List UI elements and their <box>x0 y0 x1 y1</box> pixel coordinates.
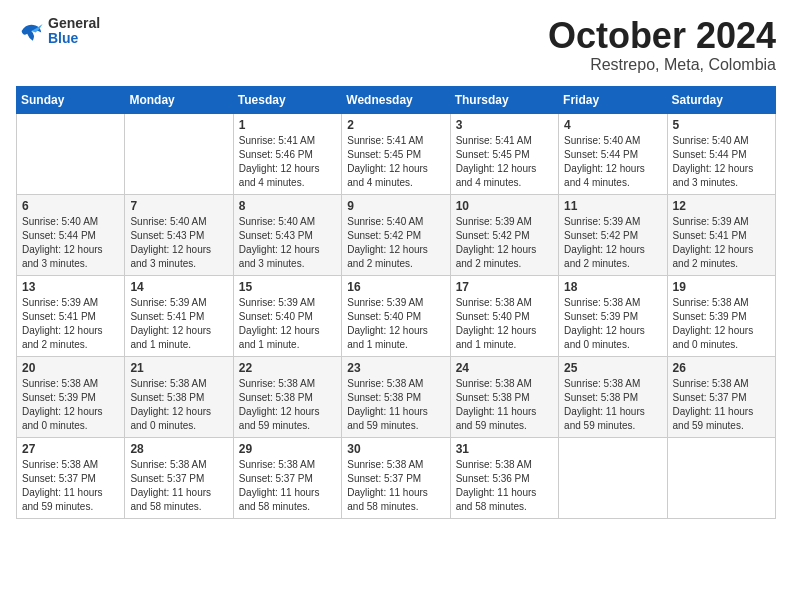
day-number: 8 <box>239 199 336 213</box>
day-number: 29 <box>239 442 336 456</box>
day-number: 9 <box>347 199 444 213</box>
week-row-3: 13Sunrise: 5:39 AM Sunset: 5:41 PM Dayli… <box>17 275 776 356</box>
calendar-cell: 14Sunrise: 5:39 AM Sunset: 5:41 PM Dayli… <box>125 275 233 356</box>
calendar-cell: 20Sunrise: 5:38 AM Sunset: 5:39 PM Dayli… <box>17 356 125 437</box>
day-content: Sunrise: 5:39 AM Sunset: 5:40 PM Dayligh… <box>239 296 336 352</box>
header-day-monday: Monday <box>125 86 233 113</box>
header-day-saturday: Saturday <box>667 86 775 113</box>
day-number: 19 <box>673 280 770 294</box>
day-content: Sunrise: 5:39 AM Sunset: 5:42 PM Dayligh… <box>564 215 661 271</box>
week-row-4: 20Sunrise: 5:38 AM Sunset: 5:39 PM Dayli… <box>17 356 776 437</box>
day-number: 20 <box>22 361 119 375</box>
calendar-cell: 27Sunrise: 5:38 AM Sunset: 5:37 PM Dayli… <box>17 437 125 518</box>
day-content: Sunrise: 5:40 AM Sunset: 5:42 PM Dayligh… <box>347 215 444 271</box>
calendar-header: SundayMondayTuesdayWednesdayThursdayFrid… <box>17 86 776 113</box>
day-content: Sunrise: 5:38 AM Sunset: 5:37 PM Dayligh… <box>239 458 336 514</box>
day-content: Sunrise: 5:38 AM Sunset: 5:38 PM Dayligh… <box>456 377 553 433</box>
calendar-cell: 29Sunrise: 5:38 AM Sunset: 5:37 PM Dayli… <box>233 437 341 518</box>
day-number: 23 <box>347 361 444 375</box>
day-number: 22 <box>239 361 336 375</box>
calendar-cell <box>667 437 775 518</box>
calendar-cell: 13Sunrise: 5:39 AM Sunset: 5:41 PM Dayli… <box>17 275 125 356</box>
calendar-cell: 3Sunrise: 5:41 AM Sunset: 5:45 PM Daylig… <box>450 113 558 194</box>
calendar-body: 1Sunrise: 5:41 AM Sunset: 5:46 PM Daylig… <box>17 113 776 518</box>
day-number: 7 <box>130 199 227 213</box>
calendar-cell: 9Sunrise: 5:40 AM Sunset: 5:42 PM Daylig… <box>342 194 450 275</box>
day-number: 18 <box>564 280 661 294</box>
day-number: 10 <box>456 199 553 213</box>
calendar-cell: 10Sunrise: 5:39 AM Sunset: 5:42 PM Dayli… <box>450 194 558 275</box>
header-day-wednesday: Wednesday <box>342 86 450 113</box>
logo-bird-icon <box>16 17 44 45</box>
day-content: Sunrise: 5:38 AM Sunset: 5:37 PM Dayligh… <box>347 458 444 514</box>
day-content: Sunrise: 5:38 AM Sunset: 5:36 PM Dayligh… <box>456 458 553 514</box>
day-content: Sunrise: 5:38 AM Sunset: 5:38 PM Dayligh… <box>239 377 336 433</box>
calendar-cell: 31Sunrise: 5:38 AM Sunset: 5:36 PM Dayli… <box>450 437 558 518</box>
day-content: Sunrise: 5:39 AM Sunset: 5:41 PM Dayligh… <box>673 215 770 271</box>
calendar-cell: 21Sunrise: 5:38 AM Sunset: 5:38 PM Dayli… <box>125 356 233 437</box>
day-number: 2 <box>347 118 444 132</box>
calendar-cell: 7Sunrise: 5:40 AM Sunset: 5:43 PM Daylig… <box>125 194 233 275</box>
header-day-sunday: Sunday <box>17 86 125 113</box>
title-block: October 2024 Restrepo, Meta, Colombia <box>548 16 776 74</box>
calendar-cell: 17Sunrise: 5:38 AM Sunset: 5:40 PM Dayli… <box>450 275 558 356</box>
day-content: Sunrise: 5:40 AM Sunset: 5:43 PM Dayligh… <box>239 215 336 271</box>
calendar-cell: 12Sunrise: 5:39 AM Sunset: 5:41 PM Dayli… <box>667 194 775 275</box>
header-day-friday: Friday <box>559 86 667 113</box>
day-content: Sunrise: 5:39 AM Sunset: 5:41 PM Dayligh… <box>22 296 119 352</box>
day-number: 26 <box>673 361 770 375</box>
header: General Blue October 2024 Restrepo, Meta… <box>16 16 776 74</box>
day-number: 27 <box>22 442 119 456</box>
calendar-cell: 2Sunrise: 5:41 AM Sunset: 5:45 PM Daylig… <box>342 113 450 194</box>
day-number: 17 <box>456 280 553 294</box>
logo-blue: Blue <box>48 31 100 46</box>
day-content: Sunrise: 5:39 AM Sunset: 5:42 PM Dayligh… <box>456 215 553 271</box>
location-subtitle: Restrepo, Meta, Colombia <box>548 56 776 74</box>
day-number: 6 <box>22 199 119 213</box>
day-number: 12 <box>673 199 770 213</box>
day-content: Sunrise: 5:40 AM Sunset: 5:43 PM Dayligh… <box>130 215 227 271</box>
day-content: Sunrise: 5:38 AM Sunset: 5:37 PM Dayligh… <box>22 458 119 514</box>
day-number: 28 <box>130 442 227 456</box>
day-content: Sunrise: 5:38 AM Sunset: 5:39 PM Dayligh… <box>564 296 661 352</box>
calendar-cell: 11Sunrise: 5:39 AM Sunset: 5:42 PM Dayli… <box>559 194 667 275</box>
day-content: Sunrise: 5:41 AM Sunset: 5:46 PM Dayligh… <box>239 134 336 190</box>
calendar-cell <box>125 113 233 194</box>
logo-text: General Blue <box>48 16 100 47</box>
day-number: 13 <box>22 280 119 294</box>
calendar-cell: 24Sunrise: 5:38 AM Sunset: 5:38 PM Dayli… <box>450 356 558 437</box>
calendar-cell: 16Sunrise: 5:39 AM Sunset: 5:40 PM Dayli… <box>342 275 450 356</box>
day-content: Sunrise: 5:38 AM Sunset: 5:39 PM Dayligh… <box>22 377 119 433</box>
header-row: SundayMondayTuesdayWednesdayThursdayFrid… <box>17 86 776 113</box>
day-content: Sunrise: 5:40 AM Sunset: 5:44 PM Dayligh… <box>22 215 119 271</box>
week-row-2: 6Sunrise: 5:40 AM Sunset: 5:44 PM Daylig… <box>17 194 776 275</box>
day-number: 3 <box>456 118 553 132</box>
header-day-tuesday: Tuesday <box>233 86 341 113</box>
day-content: Sunrise: 5:38 AM Sunset: 5:40 PM Dayligh… <box>456 296 553 352</box>
day-content: Sunrise: 5:38 AM Sunset: 5:38 PM Dayligh… <box>130 377 227 433</box>
day-number: 15 <box>239 280 336 294</box>
calendar-cell: 18Sunrise: 5:38 AM Sunset: 5:39 PM Dayli… <box>559 275 667 356</box>
day-content: Sunrise: 5:40 AM Sunset: 5:44 PM Dayligh… <box>673 134 770 190</box>
day-content: Sunrise: 5:41 AM Sunset: 5:45 PM Dayligh… <box>347 134 444 190</box>
day-content: Sunrise: 5:38 AM Sunset: 5:38 PM Dayligh… <box>564 377 661 433</box>
day-number: 21 <box>130 361 227 375</box>
calendar-cell: 8Sunrise: 5:40 AM Sunset: 5:43 PM Daylig… <box>233 194 341 275</box>
calendar-cell <box>559 437 667 518</box>
day-number: 25 <box>564 361 661 375</box>
calendar-cell: 6Sunrise: 5:40 AM Sunset: 5:44 PM Daylig… <box>17 194 125 275</box>
day-content: Sunrise: 5:38 AM Sunset: 5:38 PM Dayligh… <box>347 377 444 433</box>
calendar-cell: 5Sunrise: 5:40 AM Sunset: 5:44 PM Daylig… <box>667 113 775 194</box>
day-content: Sunrise: 5:40 AM Sunset: 5:44 PM Dayligh… <box>564 134 661 190</box>
day-number: 30 <box>347 442 444 456</box>
calendar-cell: 22Sunrise: 5:38 AM Sunset: 5:38 PM Dayli… <box>233 356 341 437</box>
day-content: Sunrise: 5:38 AM Sunset: 5:39 PM Dayligh… <box>673 296 770 352</box>
calendar-cell: 4Sunrise: 5:40 AM Sunset: 5:44 PM Daylig… <box>559 113 667 194</box>
day-number: 16 <box>347 280 444 294</box>
calendar-cell: 15Sunrise: 5:39 AM Sunset: 5:40 PM Dayli… <box>233 275 341 356</box>
day-number: 11 <box>564 199 661 213</box>
day-number: 24 <box>456 361 553 375</box>
day-number: 1 <box>239 118 336 132</box>
day-number: 31 <box>456 442 553 456</box>
day-number: 14 <box>130 280 227 294</box>
